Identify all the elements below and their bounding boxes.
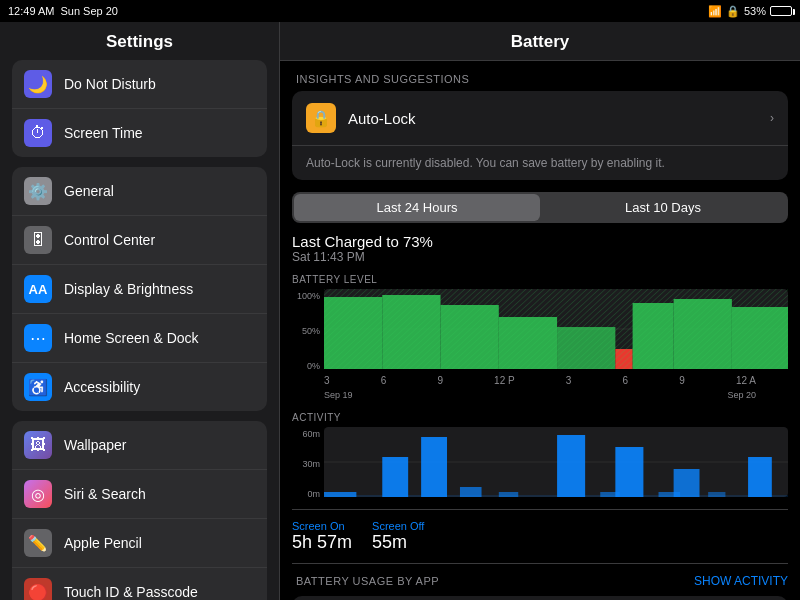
tab-24h[interactable]: Last 24 Hours [294,194,540,221]
sidebar-item-do-not-disturb[interactable]: 🌙 Do Not Disturb [12,60,267,109]
battery-x-dates: Sep 19 Sep 20 [292,390,788,404]
screen-on-value: 5h 57m [292,532,352,553]
charged-sub: Sat 11:43 PM [292,250,788,264]
battery-chart-area [324,289,788,373]
sidebar-item-siri-search[interactable]: ◎ Siri & Search [12,470,267,519]
auto-lock-row[interactable]: 🔒 Auto-Lock › [292,91,788,146]
app-usage-twitter[interactable]: 🐦 Twitter 19% [292,596,788,600]
chevron-right-icon: › [770,111,774,125]
auto-lock-label: Auto-Lock [348,110,758,127]
general-icon: ⚙️ [24,177,52,205]
sidebar-item-label: Accessibility [64,379,255,395]
activity-label: ACTIVITY [292,412,788,423]
apple-pencil-icon: ✏️ [24,529,52,557]
activity-y-axis: 60m 30m 0m [292,427,320,501]
content-title: Battery [280,22,800,61]
svg-rect-23 [615,447,643,497]
sidebar-item-control-center[interactable]: 🎛 Control Center [12,216,267,265]
sidebar-item-label: Control Center [64,232,255,248]
insights-card: 🔒 Auto-Lock › Auto-Lock is currently dis… [292,91,788,180]
screen-off-label: Screen Off [372,520,424,532]
screen-time-icon: ⏱ [24,119,52,147]
status-bar: 12:49 AM Sun Sep 20 📶 🔒 53% [0,0,800,22]
charged-info: Last Charged to 73% Sat 11:43 PM [292,233,788,264]
sidebar-group-2: ⚙️ General 🎛 Control Center AA Display &… [12,167,267,411]
activity-chart-area [324,427,788,501]
charged-title: Last Charged to 73% [292,233,788,250]
control-center-icon: 🎛 [24,226,52,254]
sidebar-item-label: Display & Brightness [64,281,255,297]
status-date: Sun Sep 20 [60,5,118,17]
activity-section: ACTIVITY 60m 30m 0m [292,412,788,501]
sidebar-item-label: Siri & Search [64,486,255,502]
sidebar-item-label: Do Not Disturb [64,76,255,92]
sidebar-item-label: Wallpaper [64,437,255,453]
screen-stats: Screen On 5h 57m Screen Off 55m [292,509,788,564]
do-not-disturb-icon: 🌙 [24,70,52,98]
sidebar-title: Settings [0,22,279,60]
status-bar-left: 12:49 AM Sun Sep 20 [8,5,118,17]
svg-rect-17 [382,457,408,497]
content-body: INSIGHTS AND SUGGESTIONS 🔒 Auto-Lock › A… [280,61,800,600]
show-activity-button[interactable]: SHOW ACTIVITY [694,574,788,588]
screen-off-value: 55m [372,532,424,553]
screen-off-stat: Screen Off 55m [372,520,424,553]
sidebar-item-label: Touch ID & Passcode [64,584,255,600]
battery-percent: 53% [744,5,766,17]
app-usage-list: 🐦 Twitter 19% 📺 Netflix 16% [292,596,788,600]
sidebar-group-1: 🌙 Do Not Disturb ⏱ Screen Time [12,60,267,157]
sidebar-item-screen-time[interactable]: ⏱ Screen Time [12,109,267,157]
sidebar-item-home-screen[interactable]: ⋯ Home Screen & Dock [12,314,267,363]
activity-chart-wrapper: 60m 30m 0m [292,427,788,501]
battery-chart-svg [324,289,788,369]
time-tab-bar: Last 24 Hours Last 10 Days [292,192,788,223]
battery-y-axis: 100% 50% 0% [292,289,320,373]
status-time: 12:49 AM [8,5,54,17]
sidebar: Settings 🌙 Do Not Disturb ⏱ Screen Time … [0,22,280,600]
screen-on-stat: Screen On 5h 57m [292,520,352,553]
svg-rect-13 [324,289,788,369]
sidebar-item-label: Home Screen & Dock [64,330,255,346]
svg-rect-27 [748,457,772,497]
activity-chart-svg [324,427,788,497]
touch-id-icon: 🔴 [24,578,52,600]
content-area: Battery INSIGHTS AND SUGGESTIONS 🔒 Auto-… [280,22,800,600]
sidebar-item-touch-id[interactable]: 🔴 Touch ID & Passcode [12,568,267,600]
battery-icon [770,6,792,16]
auto-lock-icon: 🔒 [306,103,336,133]
battery-x-axis: 3 6 9 12 P 3 6 9 12 A [292,373,788,390]
auto-lock-sub: Auto-Lock is currently disabled. You can… [292,146,788,180]
sidebar-item-label: Screen Time [64,125,255,141]
battery-chart-wrapper: 100% 50% 0% [292,289,788,373]
svg-rect-25 [674,469,700,497]
status-bar-right: 📶 🔒 53% [708,5,792,18]
home-screen-icon: ⋯ [24,324,52,352]
sidebar-item-accessibility[interactable]: ♿ Accessibility [12,363,267,411]
sidebar-item-general[interactable]: ⚙️ General [12,167,267,216]
tab-10d[interactable]: Last 10 Days [540,194,786,221]
display-brightness-icon: AA [24,275,52,303]
sidebar-item-label: General [64,183,255,199]
lock-icon: 🔒 [726,5,740,18]
sidebar-group-3: 🖼 Wallpaper ◎ Siri & Search ✏️ Apple Pen… [12,421,267,600]
screen-on-label: Screen On [292,520,352,532]
siri-icon: ◎ [24,480,52,508]
sidebar-item-wallpaper[interactable]: 🖼 Wallpaper [12,421,267,470]
accessibility-icon: ♿ [24,373,52,401]
svg-rect-18 [421,437,447,497]
sidebar-item-label: Apple Pencil [64,535,255,551]
wifi-icon: 📶 [708,5,722,18]
sidebar-item-display-brightness[interactable]: AA Display & Brightness [12,265,267,314]
usage-section-label: BATTERY USAGE BY APP [292,575,439,587]
insights-section-label: INSIGHTS AND SUGGESTIONS [292,73,788,85]
wallpaper-icon: 🖼 [24,431,52,459]
sidebar-item-apple-pencil[interactable]: ✏️ Apple Pencil [12,519,267,568]
battery-level-label: BATTERY LEVEL [292,274,788,285]
battery-level-section: BATTERY LEVEL 100% 50% 0% [292,274,788,404]
main-layout: Settings 🌙 Do Not Disturb ⏱ Screen Time … [0,22,800,600]
usage-header: BATTERY USAGE BY APP SHOW ACTIVITY [292,574,788,588]
svg-rect-21 [557,435,585,497]
